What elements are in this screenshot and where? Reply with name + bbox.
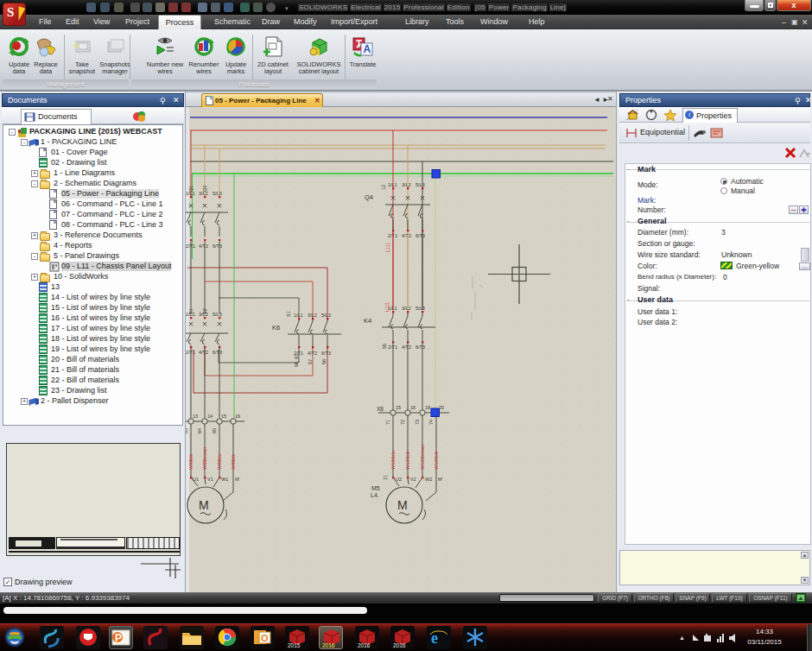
svg-text:U2: U2 — [396, 477, 402, 482]
svg-text:V1: V1 — [207, 477, 213, 482]
svg-text:2016: 2016 — [358, 642, 371, 648]
svg-text:65: 65 — [212, 428, 217, 433]
svg-text:W1: W1 — [221, 477, 228, 482]
svg-text:P: P — [115, 632, 122, 644]
svg-text:W99brown: W99brown — [202, 447, 207, 470]
svg-text:55: 55 — [382, 344, 387, 349]
svg-text:M: M — [199, 498, 209, 512]
svg-text:M': M' — [235, 477, 240, 482]
svg-text:96, 61: 96, 61 — [294, 354, 299, 367]
svg-text:L111: L111 — [384, 302, 390, 312]
svg-text:W99blk: W99blk — [188, 453, 193, 470]
svg-text:X8: X8 — [377, 406, 384, 412]
svg-text:W2: W2 — [425, 477, 432, 482]
svg-text:W99blk: W99blk — [231, 453, 236, 470]
svg-text:5/L3: 5/L3 — [321, 313, 331, 318]
svg-text:5/L3: 5/L3 — [213, 312, 222, 317]
svg-text:5/L3: 5/L3 — [416, 182, 425, 187]
svg-text:57: 57 — [308, 359, 313, 364]
svg-text:W100brown: W100brown — [420, 445, 425, 470]
svg-text:S1: S1 — [188, 308, 193, 314]
svg-text:6/T3: 6/T3 — [213, 350, 222, 355]
svg-text:63: 63 — [186, 428, 188, 433]
svg-text:4/T2: 4/T2 — [402, 344, 411, 350]
svg-text:W100blu: W100blu — [390, 451, 396, 470]
svg-text:2/T1: 2/T1 — [186, 350, 195, 355]
svg-text:3/L2: 3/L2 — [402, 306, 411, 311]
svg-text:2015: 2015 — [288, 642, 301, 648]
svg-text:V2: V2 — [410, 477, 416, 482]
svg-text:W99blu: W99blu — [217, 453, 222, 470]
svg-text:1/L1: 1/L1 — [388, 182, 397, 187]
svg-text:6/T3: 6/T3 — [416, 233, 425, 238]
svg-text:4/T2: 4/T2 — [308, 351, 317, 356]
svg-text:64: 64 — [197, 428, 202, 433]
svg-text:6/T3: 6/T3 — [321, 351, 331, 356]
svg-text:12: 12 — [381, 185, 386, 190]
svg-text:3/L2: 3/L2 — [308, 313, 317, 318]
svg-text:K6: K6 — [272, 324, 280, 332]
svg-text:Z1: Z1 — [383, 475, 388, 480]
svg-text:M5: M5 — [371, 485, 380, 491]
svg-text:4/T2: 4/T2 — [402, 233, 411, 238]
svg-text:2/T1: 2/T1 — [388, 233, 397, 238]
svg-text:2/T1: 2/T1 — [186, 243, 195, 249]
svg-text:5/L3: 5/L3 — [213, 191, 222, 196]
svg-text:K4: K4 — [364, 317, 371, 325]
svg-text:W100blk: W100blk — [405, 451, 410, 470]
svg-text:1/L1: 1/L1 — [294, 313, 303, 318]
svg-text:M: M — [397, 498, 408, 512]
svg-text:72: 72 — [400, 420, 405, 425]
svg-text:U1: U1 — [193, 477, 199, 482]
svg-text:S1: S1 — [286, 311, 291, 317]
svg-text:4/T2: 4/T2 — [199, 350, 208, 355]
svg-text:4/T2: 4/T2 — [199, 243, 208, 249]
svg-text:Q2: Q2 — [202, 186, 207, 192]
svg-text:O: O — [261, 633, 269, 643]
svg-text:A: A — [364, 43, 371, 55]
svg-text:2016: 2016 — [393, 642, 406, 648]
svg-text:19: 19 — [425, 405, 430, 410]
svg-text:74: 74 — [428, 420, 434, 425]
svg-text:14: 14 — [207, 414, 213, 419]
svg-text:13: 13 — [193, 414, 198, 419]
svg-text:73: 73 — [415, 420, 420, 425]
svg-text:6/T3: 6/T3 — [416, 344, 425, 350]
svg-text:Q1: Q1 — [188, 186, 193, 192]
svg-text:15: 15 — [396, 405, 401, 410]
svg-text:L111: L111 — [385, 243, 390, 252]
svg-text:16: 16 — [235, 414, 240, 419]
svg-text:2/T1: 2/T1 — [388, 344, 397, 350]
svg-text:16: 16 — [410, 405, 416, 410]
svg-text:L4.: L4. — [371, 492, 379, 498]
svg-text:15: 15 — [221, 414, 226, 419]
svg-text:2016: 2016 — [322, 642, 335, 648]
svg-text:M': M' — [438, 477, 443, 482]
svg-text:56: 56 — [321, 359, 327, 364]
svg-text:W100blk: W100blk — [434, 451, 439, 470]
svg-text:Q4: Q4 — [365, 193, 373, 201]
svg-text:3/L2: 3/L2 — [402, 182, 411, 187]
svg-text:6/T3: 6/T3 — [213, 243, 222, 249]
svg-text:S2: S2 — [202, 308, 207, 314]
svg-text:71: 71 — [385, 420, 390, 425]
svg-text:5/L3: 5/L3 — [416, 306, 425, 311]
